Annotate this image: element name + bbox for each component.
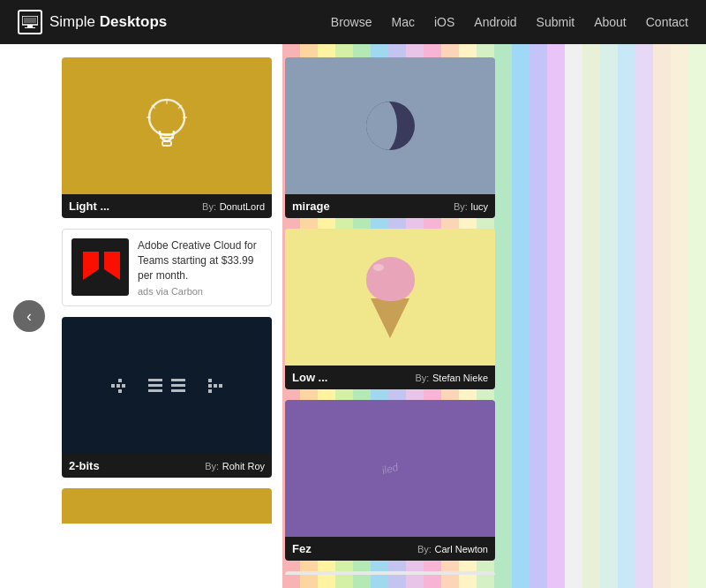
- card-fez-author: Carl Newton: [434, 544, 488, 554]
- nav-browse[interactable]: Browse: [331, 15, 372, 29]
- svg-rect-1: [24, 18, 36, 23]
- wallpaper-grid: Light ... By: DonutLord Adobe Creative: [0, 44, 495, 588]
- card-2bits-image: [62, 317, 272, 454]
- svg-rect-2: [27, 25, 33, 27]
- logo-area[interactable]: Simple Desktops: [18, 10, 167, 34]
- fez-watermark: iled: [380, 460, 400, 476]
- stripe: [582, 44, 600, 588]
- logo-icon: [18, 10, 42, 34]
- nav-about[interactable]: About: [594, 15, 627, 29]
- card-mirage-author: lucy: [470, 201, 488, 212]
- card-light-image: [62, 57, 272, 194]
- nav-mac[interactable]: Mac: [392, 15, 415, 29]
- card-mirage-author-area: By: lucy: [454, 200, 488, 213]
- stripe: [635, 44, 653, 588]
- stripe: [512, 44, 530, 588]
- ice-cream-scoop: [366, 257, 415, 301]
- stripe: [530, 44, 547, 588]
- svg-rect-7: [162, 141, 171, 146]
- pixel-arrows-icon: [111, 379, 222, 393]
- main-nav: Browse Mac iOS Android Submit About Cont…: [331, 15, 688, 29]
- card-2bits-author-area: By: Rohit Roy: [205, 459, 265, 472]
- lightbulb-icon: [140, 95, 193, 157]
- header: Simple Desktops Browse Mac iOS Android S…: [0, 0, 706, 44]
- card-fez-title: Fez: [292, 542, 312, 555]
- stripe: [565, 44, 582, 588]
- card-light-author: DonutLord: [220, 201, 265, 212]
- card-low-author-area: By: Stefan Nieke: [415, 371, 488, 384]
- planet-icon: [366, 102, 415, 150]
- logo-text: Simple Desktops: [49, 13, 167, 31]
- card-low-image: [285, 229, 495, 366]
- nav-contact[interactable]: Contact: [646, 15, 688, 29]
- ice-cream-icon: [366, 257, 415, 338]
- stripe: [653, 44, 671, 588]
- card-fez-footer: Fez By: Carl Newton: [285, 537, 495, 561]
- card-2bits-author: Rohit Roy: [222, 461, 265, 471]
- card-mirage-by: By:: [454, 201, 468, 212]
- adobe-cc-icon: [83, 252, 118, 283]
- card-2bits-footer: 2-bits By: Rohit Roy: [62, 454, 272, 478]
- card-mirage-footer: mirage By: lucy: [285, 194, 495, 218]
- card-2bits-by: By:: [205, 461, 219, 471]
- card-light-by: By:: [202, 201, 216, 212]
- column-2: mirage By: lucy Low ...: [285, 57, 495, 575]
- prev-arrow[interactable]: ‹: [13, 300, 45, 332]
- card-advertisement[interactable]: Adobe Creative Cloud for Teams starting …: [62, 229, 272, 306]
- ad-logo: [71, 238, 129, 296]
- card-low-by: By:: [415, 373, 429, 383]
- card-light-author-area: By: DonutLord: [202, 200, 265, 213]
- card-mirage-title: mirage: [292, 200, 330, 213]
- card-fez-image: iled: [285, 400, 495, 537]
- card-light-title: Light ...: [69, 200, 109, 213]
- card-light[interactable]: Light ... By: DonutLord: [62, 57, 272, 218]
- card-low-footer: Low ... By: Stefan Nieke: [285, 366, 495, 389]
- partial-card-bottom-right[interactable]: [285, 571, 495, 575]
- card-fez[interactable]: iled Fez By: Carl Newton: [285, 400, 495, 561]
- partial-card-bottom-left[interactable]: [62, 488, 272, 524]
- ad-carbon: ads via Carbon: [138, 286, 262, 297]
- nav-android[interactable]: Android: [474, 15, 516, 29]
- stripe: [547, 44, 565, 588]
- card-mirage[interactable]: mirage By: lucy: [285, 57, 495, 218]
- ad-text: Adobe Creative Cloud for Teams starting …: [138, 238, 262, 283]
- card-low[interactable]: Low ... By: Stefan Nieke: [285, 229, 495, 389]
- column-1: Light ... By: DonutLord Adobe Creative: [62, 57, 272, 575]
- card-light-footer: Light ... By: DonutLord: [62, 194, 272, 218]
- stripe: [618, 44, 635, 588]
- card-low-title: Low ...: [292, 371, 327, 384]
- stripe: [671, 44, 688, 588]
- svg-rect-3: [25, 27, 35, 28]
- card-2bits[interactable]: 2-bits By: Rohit Roy: [62, 317, 272, 478]
- main-content: ‹: [0, 44, 706, 588]
- stripe: [600, 44, 618, 588]
- stripe: [688, 44, 706, 588]
- card-mirage-image: [285, 57, 495, 194]
- nav-submit[interactable]: Submit: [537, 15, 575, 29]
- stripe: [494, 44, 512, 588]
- card-2bits-title: 2-bits: [69, 459, 100, 472]
- ad-content: Adobe Creative Cloud for Teams starting …: [138, 238, 262, 297]
- nav-ios[interactable]: iOS: [434, 15, 454, 29]
- card-low-author: Stefan Nieke: [432, 373, 488, 383]
- card-fez-author-area: By: Carl Newton: [417, 542, 488, 555]
- svg-point-4: [149, 100, 184, 135]
- card-fez-by: By:: [417, 544, 432, 554]
- ice-cream-cone: [371, 298, 409, 338]
